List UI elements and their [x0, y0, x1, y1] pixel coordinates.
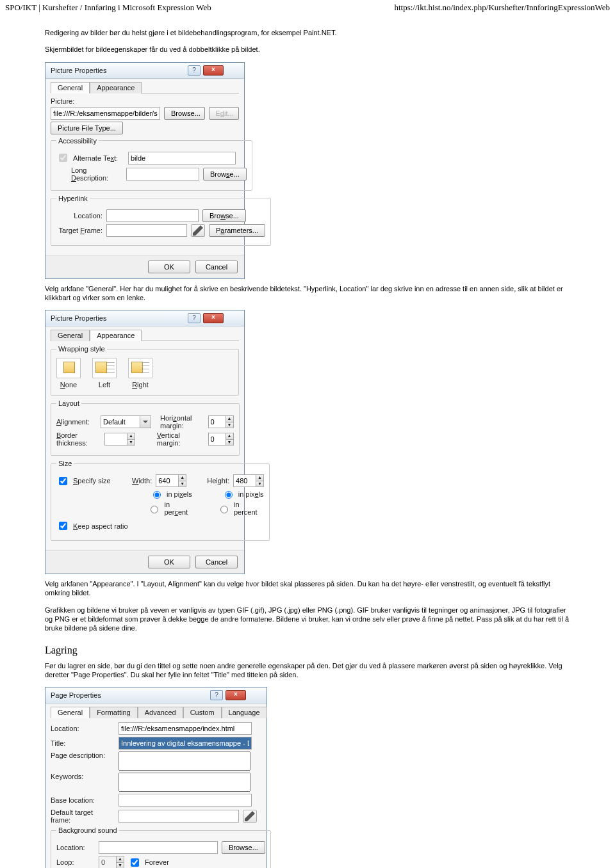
page-header: SPO/IKT | Kurshefter / Innføring i Micro…	[0, 0, 615, 15]
paragraph-5: Grafikken og bildene vi bruker på veven …	[45, 606, 570, 633]
border-spinner[interactable]: ▲▼	[104, 433, 135, 446]
tab-language[interactable]: Language	[222, 707, 267, 718]
close-icon[interactable]: ×	[203, 313, 224, 323]
loop-label: Loop:	[56, 858, 95, 866]
target-frame-picker-button[interactable]	[191, 224, 205, 237]
cancel-button[interactable]: Cancel	[195, 261, 238, 273]
hmargin-value[interactable]	[209, 416, 226, 428]
base-location-label: Base location:	[51, 796, 115, 804]
longdesc-label: Long Description:	[71, 166, 122, 182]
ok-button[interactable]: OK	[148, 556, 190, 568]
hyperlink-location-input[interactable]	[106, 209, 199, 222]
alt-text-checkbox[interactable]	[59, 154, 67, 162]
dialog-title: Picture Properties	[51, 67, 106, 74]
edit-picture-button[interactable]: Edit...	[209, 107, 239, 120]
height-percent-radio[interactable]	[220, 506, 228, 513]
layout-group: Layout Alignment: Horizontal margin: ▲▼ …	[51, 399, 240, 456]
keywords-input[interactable]	[119, 773, 250, 792]
browse-sound-button[interactable]: Browse...	[222, 841, 265, 854]
height-spinner[interactable]: ▲▼	[233, 474, 264, 487]
accessibility-group: Accessibility Alternate Text: Long Descr…	[51, 137, 252, 191]
alt-text-label: Alternate Text:	[73, 154, 124, 162]
target-frame-input[interactable]	[106, 224, 187, 237]
layout-legend: Layout	[56, 399, 81, 407]
browse-picture-button[interactable]: Browse...	[164, 107, 205, 120]
target-frame-picker-button[interactable]	[243, 810, 257, 823]
keywords-label: Keywords:	[51, 773, 115, 780]
vmargin-spinner[interactable]: ▲▼	[208, 433, 234, 446]
tabstrip: General Appearance	[51, 329, 239, 341]
height-pixels-radio[interactable]	[225, 491, 233, 499]
paragraph-2: Skjermbildet for bildeegenskaper får du …	[45, 45, 570, 54]
width-pixels-radio[interactable]	[153, 491, 161, 499]
forever-checkbox[interactable]	[131, 858, 139, 867]
specify-size-label: Specify size	[73, 477, 128, 485]
title-label: Title:	[51, 739, 115, 747]
background-sound-legend: Background sound	[56, 826, 119, 834]
tab-general[interactable]: General	[51, 82, 90, 93]
dialog-titlebar: Page Properties ? ×	[45, 687, 266, 703]
height-label: Height:	[207, 477, 229, 485]
loop-spinner[interactable]: ▲▼	[99, 856, 124, 868]
vmargin-value[interactable]	[209, 433, 226, 445]
dialog-titlebar: Picture Properties ? ×	[45, 63, 244, 79]
close-icon[interactable]: ×	[226, 690, 246, 700]
help-icon[interactable]: ?	[210, 690, 223, 700]
wrap-left-icon	[92, 358, 117, 378]
keep-aspect-label: Keep aspect ratio	[73, 522, 128, 530]
close-icon[interactable]: ×	[203, 65, 224, 76]
longdesc-input[interactable]	[126, 168, 199, 181]
wrap-right-label: Right	[132, 381, 149, 389]
cancel-button[interactable]: Cancel	[195, 556, 238, 568]
parameters-button[interactable]: Parameters...	[209, 224, 265, 237]
width-spinner[interactable]: ▲▼	[156, 474, 186, 487]
tab-advanced[interactable]: Advanced	[138, 707, 183, 718]
vmargin-label: Vertical margin:	[157, 431, 198, 447]
alignment-select[interactable]	[101, 415, 151, 428]
wrapping-style-group: Wrapping style None Left Right	[51, 345, 239, 396]
height-pixels-label: in pixels	[238, 490, 264, 498]
wrap-right-option[interactable]: Right	[128, 358, 152, 389]
bgsound-location-input[interactable]	[99, 841, 218, 854]
wrap-right-icon	[128, 358, 152, 378]
browse-hyperlink-button[interactable]: Browse...	[202, 209, 246, 222]
wrap-none-option[interactable]: None	[56, 358, 81, 389]
header-right: https://ikt.hist.no/index.php/Kurshefter…	[394, 3, 610, 13]
location-label: Location:	[51, 725, 115, 732]
browse-longdesc-button[interactable]: Browse...	[203, 168, 247, 181]
width-percent-label: in percent	[164, 501, 194, 516]
alt-text-input[interactable]	[128, 152, 236, 165]
wrapping-style-legend: Wrapping style	[56, 345, 107, 353]
picture-properties-appearance-dialog: Picture Properties ? × General Appearanc…	[45, 310, 245, 574]
tab-custom[interactable]: Custom	[183, 707, 222, 718]
wrap-left-option[interactable]: Left	[92, 358, 117, 389]
picture-file-type-button[interactable]: Picture File Type...	[51, 122, 123, 134]
specify-size-checkbox[interactable]	[59, 477, 67, 485]
alignment-value	[101, 416, 140, 428]
wrap-left-label: Left	[99, 381, 110, 389]
width-percent-radio[interactable]	[151, 506, 158, 513]
dialog-title: Page Properties	[51, 691, 101, 699]
page-description-input[interactable]	[119, 751, 250, 771]
tab-general[interactable]: General	[51, 330, 90, 341]
height-value[interactable]	[234, 475, 256, 486]
title-input[interactable]	[119, 737, 252, 750]
location-input	[119, 722, 252, 735]
width-value[interactable]	[156, 475, 178, 486]
page-properties-dialog: Page Properties ? × General Formatting A…	[45, 687, 267, 868]
border-value[interactable]	[105, 433, 127, 445]
hmargin-spinner[interactable]: ▲▼	[208, 415, 234, 428]
tab-formatting[interactable]: Formatting	[90, 707, 138, 718]
base-location-input[interactable]	[119, 794, 252, 807]
tab-general[interactable]: General	[51, 707, 90, 718]
tab-appearance[interactable]: Appearance	[90, 82, 142, 93]
help-icon[interactable]: ?	[188, 313, 201, 323]
default-target-input[interactable]	[119, 810, 239, 823]
picture-path-input[interactable]	[51, 107, 160, 120]
tab-appearance[interactable]: Appearance	[90, 330, 142, 341]
ok-button[interactable]: OK	[148, 261, 190, 273]
height-percent-label: in percent	[234, 501, 264, 516]
help-icon[interactable]: ?	[188, 65, 201, 76]
keep-aspect-checkbox[interactable]	[59, 522, 67, 530]
picture-properties-general-dialog: Picture Properties ? × General Appearanc…	[45, 62, 245, 279]
